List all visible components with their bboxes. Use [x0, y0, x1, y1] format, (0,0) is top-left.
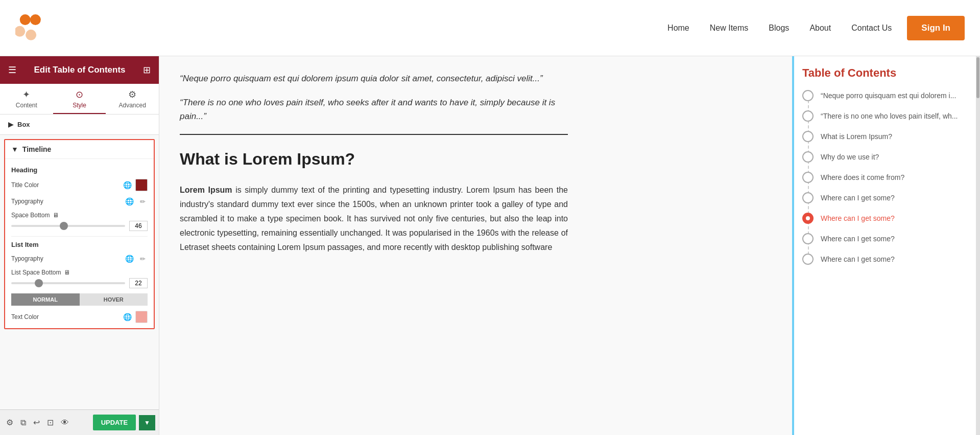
- layers-icon[interactable]: ⧉: [18, 416, 28, 429]
- list-item: Why do we use it?: [802, 151, 966, 163]
- toc-dot-7-active: [802, 213, 814, 224]
- nav-home[interactable]: Home: [667, 24, 689, 33]
- nav-about[interactable]: About: [809, 24, 831, 33]
- style-icon: ⊙: [76, 89, 83, 100]
- tab-content[interactable]: ✦ Content: [0, 84, 53, 114]
- settings-icon[interactable]: ⚙: [4, 416, 15, 429]
- list-item-pencil-icon[interactable]: ✏: [137, 254, 148, 264]
- toc-item-text-6[interactable]: Where can I get some?: [821, 194, 895, 202]
- heading-typography-label: Typography: [11, 198, 43, 205]
- svg-point-2: [15, 26, 25, 36]
- update-dropdown-button[interactable]: ▼: [139, 415, 155, 430]
- title-color-label: Title Color: [11, 181, 39, 189]
- article-text: “Neque porro quisquam est qui dolorem ip…: [180, 72, 568, 255]
- box-arrow-icon: ▶: [8, 121, 13, 128]
- box-section-toggle[interactable]: ▶ Box: [8, 121, 151, 128]
- toc-item-text-4[interactable]: Why do we use it?: [821, 153, 879, 161]
- toc-dot-3: [802, 131, 814, 142]
- heading-typography-pencil-icon[interactable]: ✏: [137, 196, 148, 207]
- content-icon: ✦: [22, 89, 30, 100]
- list-item-typography-row: Typography 🌐 ✏: [11, 254, 148, 264]
- tab-advanced[interactable]: ⚙ Advanced: [106, 84, 159, 114]
- toc-dot-1: [802, 90, 814, 101]
- timeline-label: Timeline: [22, 145, 52, 153]
- timeline-arrow-icon: ▼: [11, 145, 18, 153]
- panel-title: Edit Table of Contents: [34, 65, 125, 75]
- text-color-globe-icon[interactable]: 🌐: [122, 312, 132, 322]
- right-scrollbar[interactable]: [976, 56, 980, 435]
- toc-item-text-7-active[interactable]: Where can I get some?: [821, 214, 895, 222]
- toc-dot-4: [802, 151, 814, 163]
- heading-typography-globe-icon[interactable]: 🌐: [124, 196, 134, 207]
- list-space-bottom-value-input[interactable]: [129, 278, 148, 288]
- undo-icon[interactable]: ↩: [31, 416, 42, 429]
- nav-contact[interactable]: Contact Us: [851, 24, 892, 33]
- space-bottom-label: Space Bottom 🖥: [11, 212, 148, 219]
- hover-state-tab[interactable]: HOVER: [80, 293, 148, 306]
- toc-item-text-8[interactable]: Where can I get some?: [821, 235, 895, 243]
- svg-point-1: [30, 14, 41, 25]
- space-bottom-screen-icon: 🖥: [53, 212, 59, 219]
- space-bottom-value-input[interactable]: [129, 221, 148, 231]
- tab-style[interactable]: ⊙ Style: [53, 84, 106, 114]
- article-divider: [180, 134, 568, 135]
- title-color-controls: 🌐: [122, 179, 148, 191]
- list-item: What is Lorem Ipsum?: [802, 131, 966, 142]
- panel-header: ☰ Edit Table of Contents ⊞: [0, 56, 159, 84]
- eye-icon[interactable]: 👁: [59, 416, 71, 429]
- article-heading: What is Lorem Ipsum?: [180, 145, 568, 173]
- list-item-globe-icon[interactable]: 🌐: [124, 254, 134, 264]
- title-color-row: Title Color 🌐: [11, 179, 148, 191]
- state-tabs: NORMAL HOVER: [11, 293, 148, 306]
- toc-title: Table of Contents: [802, 66, 966, 80]
- list-space-bottom-section: List Space Bottom 🖥: [11, 269, 148, 288]
- grid-icon[interactable]: ⊞: [143, 64, 151, 76]
- timeline-body: Heading Title Color 🌐 Typography 🌐: [5, 159, 154, 328]
- text-color-label: Text Color: [11, 313, 39, 320]
- logo: [15, 12, 51, 44]
- toc-dot-2: [802, 110, 814, 122]
- list-item-section-label: List Item: [11, 241, 148, 248]
- toc-item-text-9[interactable]: Where can I get some?: [821, 255, 895, 263]
- timeline-toggle[interactable]: ▼ Timeline: [5, 140, 154, 159]
- update-button[interactable]: UPDATE: [93, 415, 136, 430]
- toc-dot-9: [802, 254, 814, 265]
- list-item: Where can I get some?: [802, 213, 966, 224]
- text-color-row: Text Color 🌐: [11, 311, 148, 323]
- svg-point-0: [20, 14, 31, 25]
- title-color-picker[interactable]: [135, 179, 148, 191]
- toc-item-text-5[interactable]: Where does it come from?: [821, 173, 904, 181]
- quote2: “There is no one who loves pain itself, …: [180, 96, 568, 123]
- nav-new-items[interactable]: New Items: [710, 24, 749, 33]
- space-bottom-slider[interactable]: [11, 225, 125, 227]
- text-color-picker[interactable]: [135, 311, 148, 323]
- nav-blogs[interactable]: Blogs: [769, 24, 789, 33]
- heading-typography-row: Typography 🌐 ✏: [11, 196, 148, 207]
- top-navigation: Home New Items Blogs About Contact Us Si…: [0, 0, 980, 56]
- list-space-bottom-label: List Space Bottom 🖥: [11, 269, 148, 276]
- toc-sidebar: Table of Contents “Neque porro quisquam …: [792, 56, 976, 435]
- svg-point-3: [26, 29, 36, 40]
- title-color-globe-icon[interactable]: 🌐: [122, 180, 132, 190]
- list-space-bottom-slider[interactable]: [11, 282, 125, 284]
- advanced-icon: ⚙: [128, 89, 136, 100]
- normal-state-tab[interactable]: NORMAL: [11, 293, 80, 306]
- toc-item-text-2[interactable]: “There is no one who loves pain itself, …: [821, 112, 958, 120]
- space-bottom-slider-container: [11, 221, 148, 231]
- sign-in-button[interactable]: Sign In: [907, 16, 965, 40]
- nav-links: Home New Items Blogs About Contact Us: [667, 24, 892, 33]
- content-area: “Neque porro quisquam est qui dolorem ip…: [159, 56, 792, 435]
- toc-dot-8: [802, 233, 814, 244]
- history-icon[interactable]: ⊡: [45, 416, 56, 429]
- toc-dot-6: [802, 192, 814, 203]
- heading-typography-controls: 🌐 ✏: [124, 196, 148, 207]
- toc-item-text-3[interactable]: What is Lorem Ipsum?: [821, 132, 892, 141]
- toc-item-text-1[interactable]: “Neque porro quisquam est qui dolorem i.…: [821, 91, 956, 100]
- box-section: ▶ Box: [0, 115, 159, 135]
- divider-1: [11, 236, 148, 237]
- hamburger-icon[interactable]: ☰: [8, 64, 16, 76]
- main-layout: ☰ Edit Table of Contents ⊞ ✦ Content ⊙ S…: [0, 56, 980, 435]
- article-body: Lorem Ipsum is simply dummy text of the …: [180, 183, 568, 255]
- scrollbar-thumb: [976, 57, 979, 98]
- timeline-section: ▼ Timeline Heading Title Color 🌐: [4, 139, 155, 329]
